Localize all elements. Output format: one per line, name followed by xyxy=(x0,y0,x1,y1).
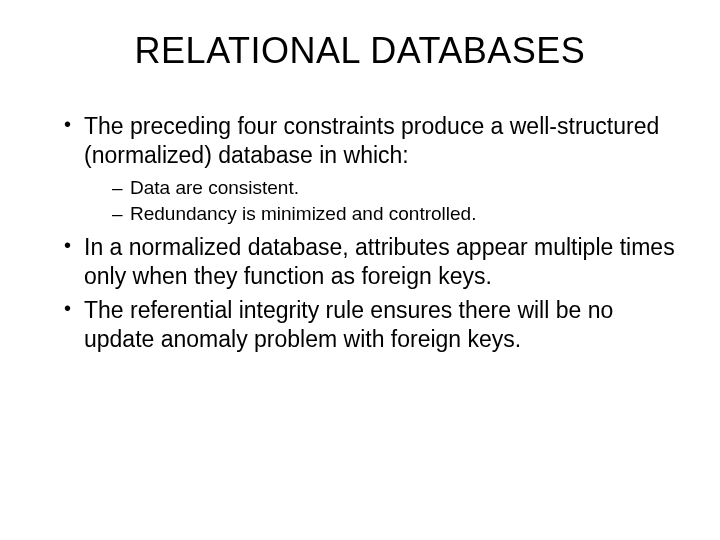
bullet-text: In a normalized database, attributes app… xyxy=(84,234,675,289)
sub-bullet-item: Data are consistent. xyxy=(112,176,680,201)
bullet-list: The preceding four constraints produce a… xyxy=(40,112,680,354)
sub-bullet-text: Redundancy is minimized and controlled. xyxy=(130,203,476,224)
slide-title: RELATIONAL DATABASES xyxy=(40,30,680,72)
bullet-item: The referential integrity rule ensures t… xyxy=(64,296,680,354)
bullet-item: The preceding four constraints produce a… xyxy=(64,112,680,227)
bullet-text: The preceding four constraints produce a… xyxy=(84,113,659,168)
sub-bullet-text: Data are consistent. xyxy=(130,177,299,198)
sub-bullet-list: Data are consistent. Redundancy is minim… xyxy=(84,176,680,227)
sub-bullet-item: Redundancy is minimized and controlled. xyxy=(112,202,680,227)
bullet-item: In a normalized database, attributes app… xyxy=(64,233,680,291)
bullet-text: The referential integrity rule ensures t… xyxy=(84,297,613,352)
